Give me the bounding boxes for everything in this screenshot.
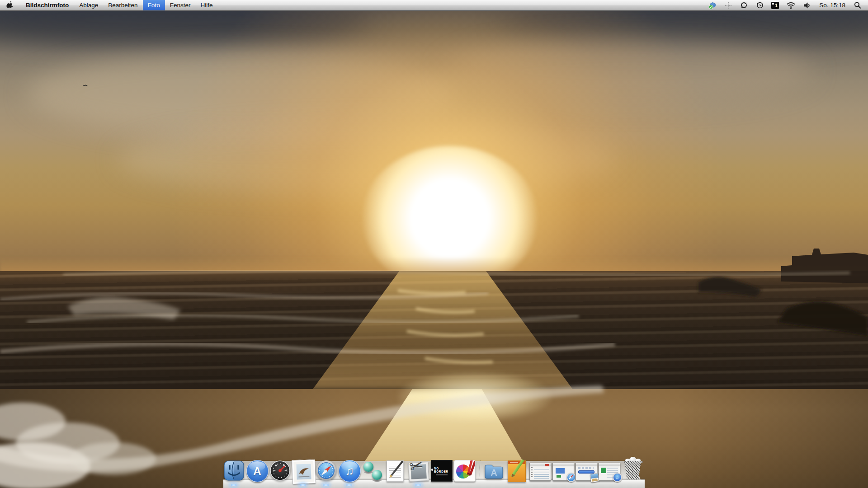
scene-details (0, 10, 868, 488)
volume-icon (803, 2, 811, 9)
menu-clock[interactable]: So. 15:18 (816, 2, 849, 9)
minimized-window-thumbnail: ♫ (599, 463, 620, 481)
trash-icon (622, 457, 644, 480)
dock-safari[interactable] (316, 460, 337, 481)
dotted-arrows-menu-extra[interactable] (722, 0, 735, 10)
app-store-icon: A (246, 460, 269, 482)
menu-bar: Bildschirmfoto Ablage Bearbeiten Foto Fe… (0, 0, 868, 11)
menu-fenster[interactable]: Fenster (165, 0, 196, 10)
dropbox-menu-extra[interactable] (706, 0, 720, 10)
dock-trash-full[interactable] (622, 457, 645, 481)
wifi-icon (786, 2, 796, 9)
menu-foto-active[interactable]: Foto (143, 0, 165, 10)
spotlight-menu-extra[interactable] (851, 0, 864, 10)
svg-text:A: A (491, 468, 497, 478)
spotlight-search-icon (854, 1, 862, 9)
color-wheel-icon (454, 460, 476, 482)
dock-separator (477, 458, 481, 481)
apple-menu[interactable] (0, 0, 20, 10)
volume-menu-extra[interactable] (800, 0, 814, 10)
sync-arrows-icon (740, 1, 748, 9)
one-badge-icon: 1 (771, 2, 779, 9)
menu-hilfe[interactable]: Hilfe (195, 0, 217, 10)
dock-minimized-window-itunes[interactable]: ♫ (599, 460, 620, 481)
apple-logo-icon (6, 1, 13, 9)
minimized-window-thumbnail (552, 463, 574, 481)
no-border-logo-dot (431, 469, 433, 471)
preview-badge-icon (590, 473, 599, 483)
dock-grab-bildschirmfoto[interactable]: ✂ (408, 460, 429, 481)
green-orb-icon (372, 470, 382, 480)
desktop-screen: Bildschirmfoto Ablage Bearbeiten Foto Fe… (0, 0, 868, 488)
dock-applications-folder[interactable]: A (483, 460, 505, 481)
itunes-badge-icon: ♫ (613, 473, 622, 482)
itunes-icon: ♫ (339, 460, 361, 482)
one-badge-menu-extra[interactable]: 1 (769, 0, 782, 10)
dock-finder[interactable] (223, 460, 245, 481)
time-machine-icon (755, 1, 764, 9)
safari-badge-icon (566, 473, 576, 482)
dock: A (227, 453, 641, 488)
dock-color-wheel-app[interactable] (454, 460, 475, 481)
dock-green-orbs-app[interactable] (362, 460, 383, 481)
dock-items: A (227, 457, 641, 481)
dropbox-icon (708, 1, 717, 9)
dock-itunes[interactable]: ♫ (339, 460, 360, 481)
dock-mail[interactable] (292, 460, 314, 481)
desktop-wallpaper (0, 10, 868, 488)
dock-notes-stack[interactable] (506, 460, 528, 481)
dotted-arrows-icon (724, 1, 732, 9)
dock-no-border-app[interactable]: NO BORDER (431, 460, 452, 481)
no-border-icon: NO BORDER (431, 460, 453, 482)
dock-minimized-window-safari[interactable] (552, 460, 574, 481)
minimized-window-thumbnail (529, 463, 551, 481)
green-orb-icon (363, 462, 373, 472)
dock-dashboard[interactable] (269, 460, 291, 481)
dock-minimized-window-preview[interactable] (576, 460, 597, 481)
menu-bearbeiten[interactable]: Bearbeiten (103, 0, 142, 10)
time-machine-menu-extra[interactable] (753, 0, 767, 10)
minimized-window-thumbnail (576, 463, 597, 481)
dock-app-store[interactable]: A (246, 460, 268, 481)
wifi-menu-extra[interactable] (783, 0, 798, 10)
menu-ablage[interactable]: Ablage (74, 0, 103, 10)
dock-textedit[interactable] (385, 460, 406, 481)
mail-stamp-icon (292, 460, 316, 484)
sync-menu-extra[interactable] (737, 0, 751, 10)
active-app-menu[interactable]: Bildschirmfoto (20, 0, 74, 10)
dock-minimized-window-notebook[interactable] (529, 460, 551, 481)
